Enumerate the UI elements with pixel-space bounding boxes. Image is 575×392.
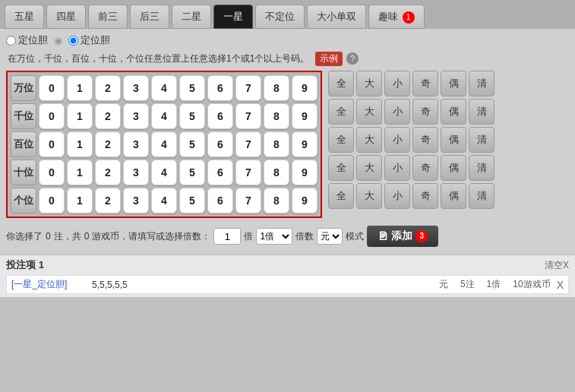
num-btn-千位-9[interactable]: 9 (292, 103, 318, 129)
row-label-千位[interactable]: 千位 (11, 103, 36, 129)
quick-btn-全-4[interactable]: 全 (328, 183, 354, 209)
num-btn-十位-0[interactable]: 0 (39, 160, 65, 185)
quick-btn-奇-0[interactable]: 奇 (412, 71, 438, 96)
quick-btn-奇-3[interactable]: 奇 (412, 155, 438, 181)
quick-btn-全-1[interactable]: 全 (328, 99, 354, 125)
num-btn-百位-8[interactable]: 8 (264, 131, 289, 157)
num-btn-千位-2[interactable]: 2 (95, 103, 121, 129)
num-btn-个位-4[interactable]: 4 (151, 188, 177, 213)
multiplier-select[interactable]: 1倍 2倍 3倍 5倍 10倍 (256, 228, 292, 245)
quick-btn-清-0[interactable]: 清 (469, 71, 494, 96)
tab-wuxing[interactable]: 五星 (5, 5, 44, 29)
num-btn-个位-7[interactable]: 7 (235, 188, 261, 213)
num-btn-个位-8[interactable]: 8 (264, 188, 289, 213)
num-btn-千位-5[interactable]: 5 (179, 103, 205, 129)
quick-btn-小-3[interactable]: 小 (384, 155, 410, 181)
num-btn-百位-6[interactable]: 6 (207, 131, 233, 157)
num-btn-千位-7[interactable]: 7 (235, 103, 261, 129)
num-btn-十位-5[interactable]: 5 (179, 160, 205, 185)
quick-btn-小-1[interactable]: 小 (384, 99, 410, 125)
num-btn-百位-4[interactable]: 4 (151, 131, 177, 157)
quick-btn-偶-2[interactable]: 偶 (441, 127, 466, 153)
num-btn-万位-1[interactable]: 1 (67, 75, 93, 101)
mode-radio-2[interactable] (68, 36, 78, 46)
num-btn-十位-2[interactable]: 2 (95, 160, 121, 185)
tab-quwei[interactable]: 趣味 1 (368, 5, 425, 29)
tab-housan[interactable]: 后三 (130, 5, 169, 29)
quick-btn-偶-0[interactable]: 偶 (441, 71, 466, 96)
num-btn-万位-5[interactable]: 5 (179, 75, 205, 101)
quick-btn-大-0[interactable]: 大 (356, 71, 382, 96)
quick-btn-奇-1[interactable]: 奇 (412, 99, 438, 125)
num-btn-十位-8[interactable]: 8 (264, 160, 289, 185)
num-btn-千位-6[interactable]: 6 (207, 103, 233, 129)
mode-option-1[interactable]: 定位胆 (6, 33, 48, 47)
num-btn-千位-3[interactable]: 3 (123, 103, 149, 129)
mode-option-2[interactable]: 定位胆 (68, 33, 110, 47)
quick-btn-全-0[interactable]: 全 (328, 71, 354, 96)
help-icon[interactable]: ? (346, 52, 359, 65)
quick-btn-奇-4[interactable]: 奇 (412, 183, 438, 209)
num-btn-十位-4[interactable]: 4 (151, 160, 177, 185)
quick-btn-奇-2[interactable]: 奇 (412, 127, 438, 153)
clear-button[interactable]: 清空X (545, 259, 569, 272)
tab-sixing[interactable]: 四星 (46, 5, 86, 29)
multiplier-input[interactable] (213, 228, 241, 245)
num-btn-十位-7[interactable]: 7 (235, 160, 261, 185)
num-btn-百位-0[interactable]: 0 (39, 131, 65, 157)
tab-qiansan[interactable]: 前三 (88, 5, 128, 29)
example-button[interactable]: 示例 (315, 52, 343, 66)
quick-btn-偶-1[interactable]: 偶 (441, 99, 466, 125)
num-btn-个位-6[interactable]: 6 (207, 188, 233, 213)
tab-budingwei[interactable]: 不定位 (255, 5, 305, 29)
bet-close-button[interactable]: X (557, 279, 564, 291)
quick-btn-大-2[interactable]: 大 (356, 127, 382, 153)
quick-btn-小-2[interactable]: 小 (384, 127, 410, 153)
row-label-百位[interactable]: 百位 (11, 131, 36, 157)
tab-erxing[interactable]: 二星 (172, 5, 211, 29)
num-btn-百位-3[interactable]: 3 (123, 131, 149, 157)
num-btn-十位-1[interactable]: 1 (67, 160, 93, 185)
row-label-十位[interactable]: 十位 (11, 160, 36, 185)
num-btn-个位-3[interactable]: 3 (123, 188, 149, 213)
num-btn-百位-5[interactable]: 5 (179, 131, 205, 157)
quick-btn-小-4[interactable]: 小 (384, 183, 410, 209)
num-btn-个位-1[interactable]: 1 (67, 188, 93, 213)
quick-btn-偶-3[interactable]: 偶 (441, 155, 466, 181)
num-btn-十位-6[interactable]: 6 (207, 160, 233, 185)
num-btn-千位-8[interactable]: 8 (264, 103, 289, 129)
num-btn-个位-0[interactable]: 0 (39, 188, 65, 213)
tab-yixing[interactable]: 一星 (213, 5, 253, 29)
num-btn-个位-2[interactable]: 2 (95, 188, 121, 213)
num-btn-百位-2[interactable]: 2 (95, 131, 121, 157)
quick-btn-大-1[interactable]: 大 (356, 99, 382, 125)
quick-btn-偶-4[interactable]: 偶 (441, 183, 466, 209)
num-btn-千位-4[interactable]: 4 (151, 103, 177, 129)
num-btn-万位-7[interactable]: 7 (235, 75, 261, 101)
num-btn-个位-9[interactable]: 9 (292, 188, 318, 213)
num-btn-十位-3[interactable]: 3 (123, 160, 149, 185)
quick-btn-清-4[interactable]: 清 (469, 183, 494, 209)
num-btn-千位-0[interactable]: 0 (39, 103, 65, 129)
num-btn-百位-7[interactable]: 7 (235, 131, 261, 157)
quick-btn-全-2[interactable]: 全 (328, 127, 354, 153)
quick-btn-小-0[interactable]: 小 (384, 71, 410, 96)
num-btn-十位-9[interactable]: 9 (292, 160, 318, 185)
quick-btn-大-4[interactable]: 大 (356, 183, 382, 209)
quick-btn-大-3[interactable]: 大 (356, 155, 382, 181)
yuan-select[interactable]: 元 (317, 228, 343, 245)
num-btn-万位-9[interactable]: 9 (292, 75, 318, 101)
num-btn-万位-2[interactable]: 2 (95, 75, 121, 101)
mode-radio-1[interactable] (6, 36, 16, 46)
quick-btn-清-3[interactable]: 清 (469, 155, 494, 181)
quick-btn-全-3[interactable]: 全 (328, 155, 354, 181)
num-btn-万位-8[interactable]: 8 (264, 75, 289, 101)
num-btn-千位-1[interactable]: 1 (67, 103, 93, 129)
num-btn-万位-0[interactable]: 0 (39, 75, 65, 101)
num-btn-百位-1[interactable]: 1 (67, 131, 93, 157)
quick-btn-清-1[interactable]: 清 (469, 99, 494, 125)
add-button[interactable]: 🖹 添加 3 (367, 226, 438, 247)
num-btn-个位-5[interactable]: 5 (179, 188, 205, 213)
num-btn-万位-3[interactable]: 3 (123, 75, 149, 101)
num-btn-万位-6[interactable]: 6 (207, 75, 233, 101)
